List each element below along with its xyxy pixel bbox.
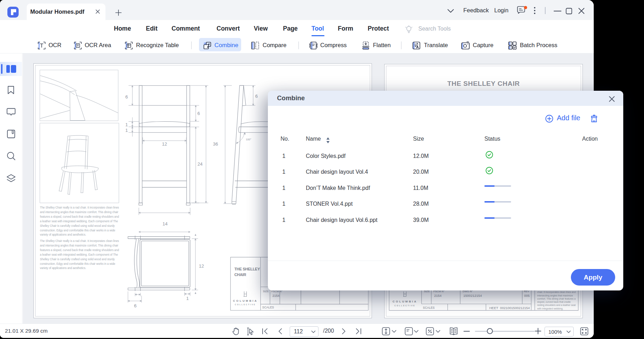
svg-text:6: 6: [197, 111, 200, 116]
svg-text:COLLECTIVE: COLLECTIVE: [394, 305, 416, 307]
svg-text:COLUMBIA: COLUMBIA: [233, 299, 258, 302]
svg-text:THE SHELLEY: THE SHELLEY: [234, 267, 260, 271]
svg-text:100°: 100°: [246, 138, 251, 141]
svg-text:HEET 0021001500212154: HEET 0021001500212154: [489, 306, 530, 310]
svg-text:6: 6: [125, 94, 128, 100]
svg-text:COLUMBIA: COLUMBIA: [393, 300, 417, 303]
svg-text:6: 6: [134, 303, 136, 308]
svg-text:1500212154: 1500212154: [463, 294, 482, 298]
svg-text:6: 6: [255, 94, 258, 99]
svg-text:2154: 2154: [434, 294, 442, 298]
svg-text:2154: 2154: [272, 294, 279, 298]
svg-text:1: 1: [125, 128, 128, 133]
svg-text:COLLECTIVE: COLLECTIVE: [235, 303, 256, 306]
svg-text:1: 1: [125, 122, 128, 127]
svg-text:12: 12: [199, 263, 204, 269]
svg-text:14: 14: [162, 221, 167, 226]
svg-text:005: 005: [524, 294, 530, 298]
svg-text:24: 24: [198, 161, 202, 167]
svg-text:1: 1: [186, 296, 189, 301]
svg-text:SCALES: SCALES: [423, 306, 435, 309]
svg-text:CHAIR: CHAIR: [234, 273, 246, 277]
svg-text:12: 12: [162, 141, 167, 147]
svg-text:36: 36: [213, 141, 218, 147]
svg-text:SCALES: SCALES: [262, 306, 274, 309]
svg-text:SIZE: SIZE: [263, 290, 269, 293]
